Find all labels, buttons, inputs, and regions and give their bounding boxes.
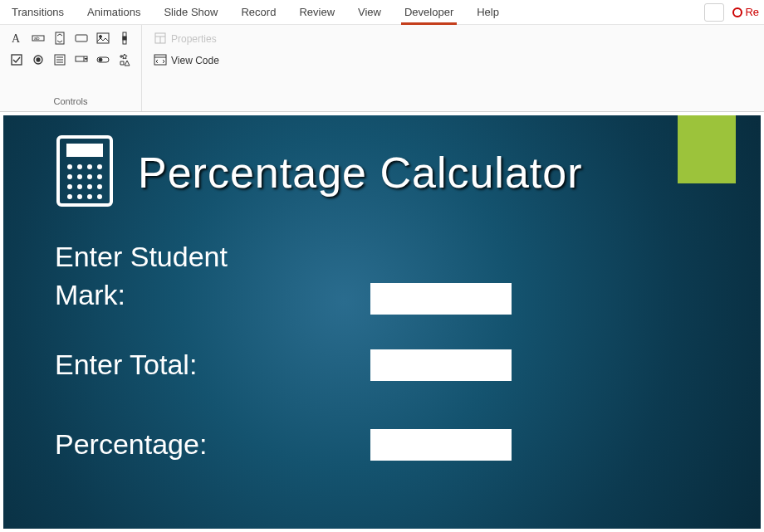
tab-label: View: [358, 6, 381, 18]
record-icon: [732, 7, 742, 17]
combobox-control-icon[interactable]: [73, 51, 90, 68]
spinbutton-control-icon[interactable]: [51, 30, 68, 46]
svg-rect-26: [66, 144, 103, 157]
tab-developer[interactable]: Developer: [393, 0, 465, 24]
controls-row-1: A ab: [8, 30, 133, 46]
slide-area: Percentage Calculator Enter Student Mark…: [0, 112, 764, 532]
svg-point-34: [97, 174, 102, 179]
ribbon-tabs-row: Transitions Animations Slide Show Record…: [0, 0, 764, 25]
label-student-mark-text: Enter Student Mark:: [55, 238, 271, 315]
image-control-icon[interactable]: [95, 30, 111, 46]
tab-label: Transitions: [12, 6, 64, 18]
calculator-icon: [55, 134, 115, 212]
tab-animations[interactable]: Animations: [76, 0, 152, 24]
view-code-label: View Code: [171, 55, 219, 66]
togglebutton-control-icon[interactable]: [95, 51, 111, 68]
svg-point-31: [67, 174, 72, 179]
tab-slide-show[interactable]: Slide Show: [152, 0, 229, 24]
svg-point-35: [67, 184, 72, 189]
svg-rect-5: [97, 33, 109, 43]
listbox-control-icon[interactable]: [51, 51, 68, 68]
view-code-icon: [154, 53, 167, 69]
row-student-mark: Enter Student Mark:: [55, 238, 553, 315]
ribbon-tabs: Transitions Animations Slide Show Record…: [0, 0, 511, 24]
svg-point-38: [97, 184, 102, 189]
svg-point-42: [97, 194, 102, 199]
svg-point-32: [77, 174, 82, 179]
tab-transitions[interactable]: Transitions: [0, 0, 76, 24]
svg-point-41: [87, 194, 92, 199]
svg-point-39: [67, 194, 72, 199]
row-total: Enter Total:: [55, 346, 553, 384]
controls-row-2: [8, 51, 133, 68]
slide[interactable]: Percentage Calculator Enter Student Mark…: [3, 115, 761, 529]
view-code-button[interactable]: View Code: [150, 51, 223, 70]
svg-point-11: [37, 58, 40, 61]
svg-rect-23: [154, 55, 166, 65]
tab-label: Record: [241, 6, 276, 18]
ribbon-right-controls: Re: [704, 3, 764, 22]
record-label: Re: [745, 6, 759, 18]
slide-title-row: Percentage Calculator: [55, 134, 583, 212]
tab-label: Review: [299, 6, 335, 18]
slide-title[interactable]: Percentage Calculator: [138, 148, 583, 198]
input-percentage[interactable]: [370, 429, 512, 461]
checkbox-control-icon[interactable]: [8, 51, 25, 68]
record-button[interactable]: Re: [731, 3, 759, 22]
svg-text:A: A: [12, 32, 21, 45]
label-total[interactable]: Enter Total:: [55, 346, 321, 384]
input-student-mark[interactable]: [370, 283, 512, 315]
svg-point-40: [77, 194, 82, 199]
controls-side-group: Properties View Code: [142, 25, 231, 111]
label-control-icon[interactable]: A: [8, 30, 25, 46]
label-student-mark[interactable]: Enter Student Mark:: [55, 238, 321, 315]
svg-point-19: [99, 58, 102, 61]
tab-label: Animations: [87, 6, 140, 18]
textbox-control-icon[interactable]: ab: [30, 30, 47, 46]
svg-point-29: [87, 164, 92, 169]
properties-icon: [154, 32, 167, 47]
ribbon-body: A ab: [0, 25, 764, 112]
svg-point-37: [87, 184, 92, 189]
tab-view[interactable]: View: [346, 0, 393, 24]
form-area: Enter Student Mark: Enter Total: Percent…: [55, 238, 553, 505]
scrollbar-control-icon[interactable]: [116, 30, 133, 46]
svg-point-27: [67, 164, 72, 169]
optionbutton-control-icon[interactable]: [30, 51, 47, 68]
row-percentage: Percentage:: [55, 426, 553, 464]
properties-label: Properties: [171, 33, 217, 45]
label-percentage[interactable]: Percentage:: [55, 426, 321, 464]
comments-button[interactable]: [704, 3, 724, 22]
tab-review[interactable]: Review: [287, 0, 346, 24]
svg-point-28: [77, 164, 82, 169]
svg-point-33: [87, 174, 92, 179]
svg-point-6: [100, 36, 102, 38]
tab-label: Developer: [404, 6, 453, 18]
controls-group: A ab: [0, 25, 142, 111]
tab-record[interactable]: Record: [229, 0, 287, 24]
morecontrols-control-icon[interactable]: [116, 51, 133, 68]
svg-rect-9: [12, 55, 22, 65]
svg-rect-4: [76, 35, 87, 41]
svg-point-30: [97, 164, 102, 169]
tab-label: Slide Show: [164, 6, 218, 18]
tab-label: Help: [477, 6, 499, 18]
accent-shape: [678, 115, 736, 183]
controls-group-label: Controls: [54, 96, 88, 110]
commandbutton-control-icon[interactable]: [73, 30, 90, 46]
tab-help[interactable]: Help: [465, 0, 511, 24]
svg-point-36: [77, 184, 82, 189]
input-total[interactable]: [370, 349, 512, 381]
svg-text:ab: ab: [34, 36, 40, 41]
properties-button[interactable]: Properties: [150, 30, 223, 48]
svg-rect-8: [123, 37, 126, 40]
